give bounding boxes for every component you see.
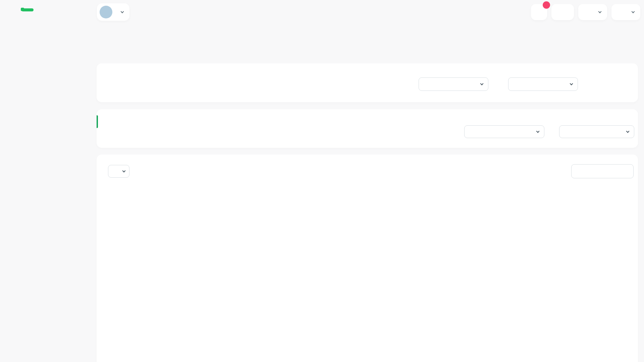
logo-dash-icon	[21, 8, 34, 11]
workspace-avatar	[100, 6, 112, 18]
language-selector[interactable]	[611, 4, 640, 20]
find-month-select[interactable]	[464, 125, 544, 138]
messages-count-badge	[543, 1, 550, 9]
payslip-table-card	[97, 155, 638, 362]
workdo-menu-button[interactable]	[578, 4, 607, 20]
chevron-down-icon	[570, 82, 573, 85]
year-select[interactable]	[508, 77, 578, 91]
globe-icon	[618, 9, 625, 16]
find-year-select[interactable]	[559, 125, 634, 138]
entries-per-page-select[interactable]	[108, 165, 129, 178]
plus-circle-icon	[557, 9, 565, 16]
chevron-down-icon	[122, 169, 126, 173]
month-select[interactable]	[419, 77, 488, 91]
chevron-down-icon	[121, 10, 124, 13]
messages-button[interactable]	[531, 4, 547, 20]
sidebar	[0, 0, 93, 362]
topbar-right-group	[531, 4, 640, 20]
search-input[interactable]	[571, 164, 634, 178]
chevron-down-icon	[536, 130, 540, 133]
payslip-filter-card	[97, 63, 638, 102]
app-logo[interactable]	[21, 7, 34, 11]
chevron-down-icon	[598, 10, 602, 13]
chevron-down-icon	[480, 82, 484, 85]
find-employee-payslip-card	[97, 109, 638, 148]
workspace-switcher[interactable]	[97, 3, 129, 21]
chevron-down-icon	[632, 10, 635, 13]
grid-plus-icon	[584, 9, 591, 16]
card-accent-bar	[97, 115, 98, 128]
chevron-down-icon	[626, 130, 630, 133]
create-workspace-button[interactable]	[551, 4, 574, 20]
